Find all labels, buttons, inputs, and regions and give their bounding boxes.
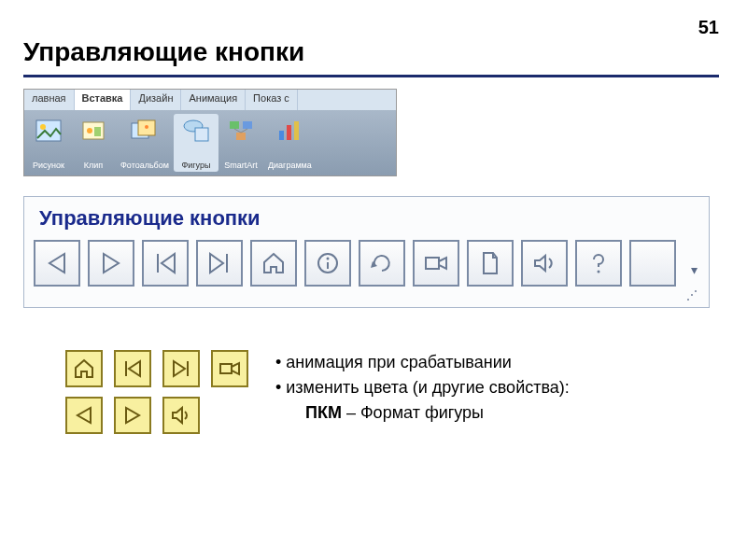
- chart-icon: [275, 116, 304, 146]
- note-line-3-bold: ПКМ: [305, 403, 342, 422]
- action-last-button[interactable]: [196, 240, 243, 287]
- svg-rect-16: [294, 121, 299, 140]
- ribbon-picture[interactable]: Рисунок: [26, 114, 71, 172]
- ybtn-last[interactable]: [162, 350, 200, 387]
- note-line-3: ПКМ – Формат фигуры: [275, 400, 570, 426]
- svg-marker-29: [439, 258, 446, 269]
- action-home-button[interactable]: [250, 240, 297, 287]
- svg-marker-18: [104, 254, 119, 273]
- ribbon-clip-label: Клип: [84, 161, 103, 170]
- tab-slideshow[interactable]: Показ с: [246, 90, 298, 110]
- action-document-button[interactable]: [467, 240, 514, 287]
- svg-rect-37: [220, 364, 232, 373]
- action-back-button[interactable]: [34, 240, 80, 287]
- triangle-right-bar-icon: [206, 250, 233, 276]
- resize-grip-icon[interactable]: ⋰: [34, 287, 699, 301]
- svg-rect-11: [236, 133, 246, 140]
- svg-rect-14: [279, 131, 284, 140]
- svg-marker-34: [129, 361, 140, 376]
- svg-marker-17: [49, 254, 64, 273]
- ribbon-smartart-label: SmartArt: [224, 161, 258, 170]
- return-icon: [369, 250, 395, 276]
- title-underline: [23, 75, 719, 77]
- triangle-right-icon: [121, 404, 144, 427]
- action-video-button[interactable]: [413, 240, 459, 287]
- svg-line-13: [241, 129, 247, 133]
- ybtn-forward[interactable]: [114, 397, 151, 434]
- bar-triangle-left-icon: [152, 250, 178, 276]
- video-icon: [423, 250, 449, 276]
- smartart-icon: [226, 116, 256, 146]
- ribbon-chart[interactable]: Диаграмма: [263, 114, 317, 172]
- action-return-button[interactable]: [359, 240, 405, 287]
- svg-marker-35: [174, 361, 185, 376]
- panel-row: ▾: [34, 240, 699, 287]
- action-first-button[interactable]: [142, 240, 189, 287]
- clip-icon: [78, 116, 108, 146]
- ribbon-album[interactable]: Фотоальбом: [116, 114, 174, 172]
- yellow-button-group: [65, 350, 248, 434]
- svg-marker-20: [162, 254, 175, 273]
- action-sound-button[interactable]: [521, 240, 568, 287]
- svg-point-31: [598, 271, 600, 273]
- tab-home[interactable]: лавная: [24, 90, 75, 110]
- help-icon: [585, 250, 612, 276]
- bar-triangle-left-icon: [121, 357, 144, 380]
- svg-rect-10: [243, 121, 252, 129]
- video-icon: [218, 357, 241, 380]
- ribbon-screenshot: лавная Вставка Дизайн Анимация Показ с Р…: [23, 89, 397, 176]
- svg-marker-39: [78, 408, 91, 423]
- page-number: 51: [698, 17, 719, 38]
- note-line-1-text: анимация при срабатывании: [286, 353, 511, 371]
- action-buttons-panel: Управляющие кнопки ▾ ⋰: [23, 196, 710, 308]
- svg-rect-9: [230, 121, 239, 129]
- action-info-button[interactable]: [304, 240, 351, 287]
- notes-block: • анимация при срабатывании • изменить ц…: [275, 350, 570, 426]
- svg-point-25: [327, 258, 330, 260]
- sound-icon: [531, 250, 557, 276]
- ribbon-smartart[interactable]: SmartArt: [218, 114, 263, 172]
- note-line-2-text: изменить цвета (и другие свойства):: [286, 378, 569, 397]
- home-icon: [73, 357, 95, 380]
- svg-rect-28: [426, 258, 439, 269]
- ribbon-shapes[interactable]: Фигуры: [174, 114, 218, 172]
- ybtn-video[interactable]: [211, 350, 248, 387]
- tab-animation[interactable]: Анимация: [181, 90, 246, 110]
- album-icon: [130, 116, 160, 146]
- ribbon-picture-label: Рисунок: [33, 161, 64, 170]
- info-icon: [315, 250, 341, 276]
- ribbon-album-label: Фотоальбом: [120, 161, 169, 170]
- svg-line-12: [234, 129, 241, 133]
- tab-insert[interactable]: Вставка: [75, 90, 132, 110]
- ribbon-body: Рисунок Клип Фотоальбом Фигуры SmartArt: [24, 110, 396, 175]
- svg-marker-30: [535, 256, 545, 271]
- sound-icon: [170, 404, 192, 427]
- triangle-left-icon: [73, 404, 95, 427]
- svg-marker-23: [264, 254, 283, 273]
- picture-icon: [34, 116, 63, 146]
- ybtn-sound[interactable]: [162, 397, 200, 434]
- note-line-1: • анимация при срабатывании: [275, 350, 570, 375]
- ybtn-home[interactable]: [65, 350, 103, 387]
- ybtn-first[interactable]: [114, 350, 151, 387]
- action-forward-button[interactable]: [88, 240, 134, 287]
- tab-design[interactable]: Дизайн: [131, 90, 181, 110]
- ribbon-chart-label: Диаграмма: [268, 161, 312, 170]
- svg-marker-38: [232, 363, 239, 374]
- ribbon-clip[interactable]: Клип: [71, 114, 116, 172]
- triangle-left-icon: [44, 250, 70, 276]
- svg-marker-40: [126, 408, 139, 423]
- svg-rect-15: [287, 125, 291, 140]
- document-icon: [477, 250, 503, 276]
- action-help-button[interactable]: [575, 240, 622, 287]
- page-title: Управляющие кнопки: [23, 37, 304, 67]
- ribbon-shapes-label: Фигуры: [181, 161, 210, 170]
- svg-marker-41: [173, 408, 182, 423]
- ribbon-tabs: лавная Вставка Дизайн Анимация Показ с: [24, 90, 396, 110]
- svg-point-3: [87, 128, 92, 133]
- ybtn-back[interactable]: [65, 397, 103, 434]
- dropdown-arrow-icon[interactable]: ▾: [691, 262, 698, 287]
- svg-point-1: [40, 124, 46, 130]
- action-blank-button[interactable]: [629, 240, 676, 287]
- panel-title: Управляющие кнопки: [39, 206, 699, 231]
